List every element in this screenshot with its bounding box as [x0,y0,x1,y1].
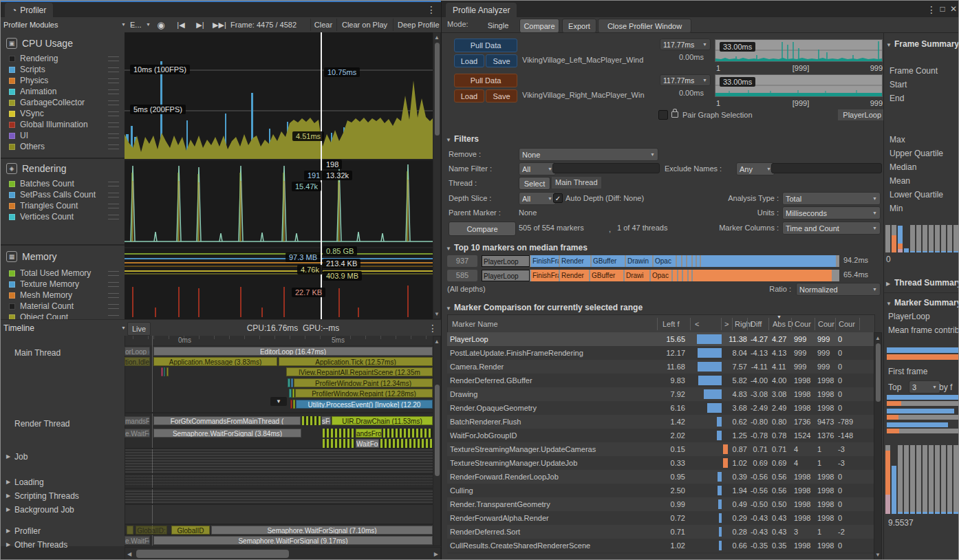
load-right-button[interactable]: Load [454,89,484,103]
top10-segment[interactable] [677,255,681,267]
table-row[interactable]: BatchRenderer.Flush1.420.62-0.800.801736… [447,415,874,429]
drag-handle-icon[interactable] [108,293,119,298]
timeline-marker-icon[interactable]: ▼ [270,397,287,406]
top10-segment[interactable]: Render [560,255,590,267]
name-filter-mode-dropdown[interactable]: All▼ [519,162,556,175]
timeline-span[interactable]: sFr [321,416,331,425]
clear-button[interactable]: Clear [310,19,336,31]
table-row[interactable]: Drawing7.924.83-3.083.08199819980 [447,387,874,401]
top10-segment[interactable]: GBuffer [592,255,625,267]
top10-segment[interactable] [689,270,691,281]
table-row[interactable]: RenderDeferred.GBuffer9.835.82-4.004.001… [447,374,874,387]
clear-on-play-button[interactable]: Clear on Play [336,19,392,31]
timeline-span[interactable] [293,400,295,409]
top10-segment[interactable] [697,255,700,267]
top10-segment[interactable]: Render [560,270,589,281]
timeline-span[interactable]: mandsFromM [125,416,150,425]
compare-button[interactable]: Compare [449,222,516,236]
view-mode-dropdown[interactable]: Timeline ▼ [1,322,129,334]
drag-handle-icon[interactable] [108,215,119,219]
range-max-left-dropdown[interactable]: 117.77ms ▼ [660,39,711,50]
table-scrollbar[interactable]: ▲ ▼ [874,332,882,560]
comparison-fold-icon[interactable]: ▼ [446,305,451,312]
timeline-span[interactable]: lView.RepaintAll.RepaintScene (12.35m [286,367,433,376]
top10-segment[interactable]: FinishFram [531,270,559,281]
last-frame-button[interactable]: ▶▶| [210,19,229,31]
close-icon[interactable]: ✕ [949,4,958,14]
table-row[interactable]: RenderDeferred.Sort0.710.28-0.430.4331-2 [447,525,874,539]
drag-handle-icon[interactable] [108,133,119,138]
timeline[interactable]: 0ms 5ms Main ThreadRender Thread▶Job▶Loa… [1,336,441,560]
legend-item[interactable]: Rendering [1,53,125,64]
top10-segment[interactable]: FinishFram [531,255,559,267]
remove-dropdown[interactable]: None▼ [519,148,658,161]
chart-scrollbar[interactable]: ▲ ▼ [433,32,441,319]
timeline-span[interactable]: EditorLoop (16.47ms) [153,347,433,356]
top10-segment[interactable] [693,255,696,267]
top10-segment[interactable] [701,255,836,267]
timeline-span[interactable]: ForGfxCommandsFromMainThread ( [153,416,301,425]
tab-profile-analyzer[interactable]: Profile Analyzer [446,3,517,17]
live-button[interactable]: Live [127,322,151,336]
exclude-input[interactable] [771,163,882,173]
load-left-button[interactable]: Load [454,54,484,67]
table-row[interactable]: PlayerLoop15.6511.38-4.274.279999990 [447,332,874,346]
comparison-header[interactable]: Marker Name Left f < > Right Diff Abs D … [447,314,875,334]
timeline-span[interactable] [290,400,292,409]
timeline-span[interactable]: GlobalID [171,526,210,535]
top-count-dropdown[interactable]: 3▼ [909,380,940,394]
timeline-span[interactable]: Semaphore.WaitForSignal (3.84ms) [153,429,301,438]
legend-item[interactable]: Scripts [1,64,125,75]
timeline-span[interactable] [164,367,165,376]
timeline-span[interactable] [292,389,294,398]
timeline-span[interactable]: Application.Tick (12.57ms) [279,357,433,366]
table-row[interactable]: RenderForwardAlpha.Render0.720.29-0.430.… [447,511,874,525]
legend-item[interactable]: SetPass Calls Count [1,189,125,200]
table-row[interactable]: PostLateUpdate.FinishFrameRendering12.17… [447,346,874,360]
top10-segment[interactable]: Opac [654,255,676,267]
frame-selection-line[interactable] [321,32,322,319]
scroll-left-icon[interactable]: ◀ [127,551,131,557]
top10-segment[interactable] [687,255,691,267]
timeline-span[interactable] [323,429,354,438]
drag-handle-icon[interactable] [108,282,119,287]
col-diff[interactable]: Diff [751,320,770,328]
top10-segment[interactable]: Opac [651,270,671,281]
frame-graph-right[interactable]: 33.00ms [715,74,883,97]
drag-handle-icon[interactable] [108,204,119,208]
drag-handle-icon[interactable] [108,122,119,127]
thread-summary-fold-icon[interactable]: ▶ [886,281,890,287]
auto-depth-checkbox[interactable]: ✓ [553,193,563,203]
drag-handle-icon[interactable] [108,182,119,186]
range-max-right-dropdown[interactable]: 117.77ms ▼ [660,74,711,86]
timeline-vscrollbar[interactable]: ▲ [433,336,441,546]
timeline-span[interactable]: ProfilerWindow.Repaint (12.28ms) [295,389,433,398]
frame-graph-left[interactable]: 33.00ms [715,39,883,62]
filters-fold-icon[interactable]: ▼ [446,137,451,143]
scroll-right-icon[interactable]: ▶ [434,551,438,557]
mode-compare-button[interactable]: Compare [519,19,559,33]
drag-handle-icon[interactable] [108,111,119,116]
units-dropdown[interactable]: Milliseconds▼ [782,206,881,219]
marker-columns-dropdown[interactable]: Time and Count▼ [782,222,881,235]
timeline-menu-icon[interactable]: ⋮ [427,323,438,334]
top10-segment[interactable] [682,255,686,267]
table-row[interactable]: Render.TransparentGeometry0.990.49-0.500… [447,497,874,511]
drag-handle-icon[interactable] [108,271,119,276]
mode-single-button[interactable]: Single [482,19,515,32]
top10-segment[interactable]: Drawin [626,255,652,267]
top10-segment[interactable] [678,270,682,281]
drag-handle-icon[interactable] [108,304,119,309]
timeline-span[interactable] [161,367,163,376]
top10-row[interactable]: 937PlayerLoopFinishFramRenderGBufferDraw… [447,255,882,268]
col-count-left[interactable]: Cour [795,320,815,328]
timeline-span[interactable] [166,367,169,376]
prev-frame-button[interactable]: |◀ [173,19,189,31]
lock-icon[interactable] [671,111,678,118]
maximize-icon[interactable]: □ [938,4,947,14]
timeline-span[interactable]: e.WaitForSigna [125,429,150,438]
timeline-span[interactable] [289,389,292,398]
timeline-span[interactable] [383,429,433,438]
drag-handle-icon[interactable] [108,193,119,197]
scroll-down-icon[interactable]: ▼ [874,552,881,558]
